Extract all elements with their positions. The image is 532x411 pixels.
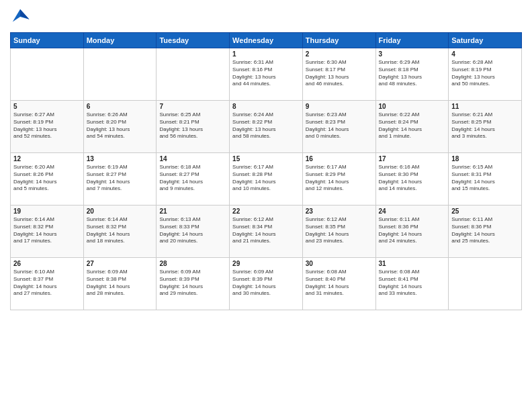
day-info: Sunrise: 6:13 AM Sunset: 8:33 PM Dayligh… (159, 216, 226, 245)
calendar-cell: 16Sunrise: 6:17 AM Sunset: 8:29 PM Dayli… (302, 153, 375, 205)
calendar-week-row: 19Sunrise: 6:14 AM Sunset: 8:32 PM Dayli… (11, 205, 522, 258)
day-info: Sunrise: 6:21 AM Sunset: 8:25 PM Dayligh… (451, 111, 519, 140)
day-number: 27 (87, 260, 154, 267)
day-number: 19 (13, 208, 81, 215)
calendar-cell: 31Sunrise: 6:08 AM Sunset: 8:41 PM Dayli… (375, 258, 449, 310)
day-number: 24 (379, 208, 446, 215)
day-info: Sunrise: 6:30 AM Sunset: 8:17 PM Dayligh… (306, 59, 373, 88)
day-info: Sunrise: 6:26 AM Sunset: 8:20 PM Dayligh… (87, 111, 154, 140)
day-info: Sunrise: 6:18 AM Sunset: 8:27 PM Dayligh… (159, 164, 226, 193)
day-number: 26 (13, 260, 81, 267)
day-number: 5 (13, 103, 81, 110)
calendar-cell: 21Sunrise: 6:13 AM Sunset: 8:33 PM Dayli… (157, 205, 230, 258)
calendar-cell (449, 258, 522, 310)
calendar-cell: 13Sunrise: 6:19 AM Sunset: 8:27 PM Dayli… (83, 153, 157, 205)
day-number: 12 (13, 155, 81, 163)
day-info: Sunrise: 6:22 AM Sunset: 8:24 PM Dayligh… (379, 111, 446, 140)
calendar-cell: 7Sunrise: 6:25 AM Sunset: 8:21 PM Daylig… (157, 101, 230, 153)
weekday-header-sunday: Sunday (11, 33, 84, 48)
day-number: 9 (306, 103, 373, 110)
day-info: Sunrise: 6:10 AM Sunset: 8:37 PM Dayligh… (13, 269, 81, 298)
calendar-cell: 28Sunrise: 6:09 AM Sunset: 8:39 PM Dayli… (157, 258, 230, 310)
weekday-header-wednesday: Wednesday (230, 33, 303, 48)
day-info: Sunrise: 6:25 AM Sunset: 8:21 PM Dayligh… (159, 111, 226, 140)
calendar-week-row: 12Sunrise: 6:20 AM Sunset: 8:26 PM Dayli… (11, 153, 522, 205)
day-info: Sunrise: 6:11 AM Sunset: 8:36 PM Dayligh… (379, 216, 446, 245)
calendar-week-row: 26Sunrise: 6:10 AM Sunset: 8:37 PM Dayli… (11, 258, 522, 310)
day-number: 29 (232, 260, 300, 267)
day-number: 10 (379, 103, 446, 110)
day-number: 14 (159, 155, 226, 163)
calendar-cell: 18Sunrise: 6:15 AM Sunset: 8:31 PM Dayli… (449, 153, 522, 205)
weekday-header-saturday: Saturday (449, 33, 522, 48)
calendar-cell: 27Sunrise: 6:09 AM Sunset: 8:38 PM Dayli… (83, 258, 157, 310)
day-number: 21 (159, 208, 226, 215)
calendar-cell (157, 48, 230, 101)
day-number: 13 (87, 155, 154, 163)
calendar-cell: 6Sunrise: 6:26 AM Sunset: 8:20 PM Daylig… (83, 101, 157, 153)
day-info: Sunrise: 6:14 AM Sunset: 8:32 PM Dayligh… (13, 216, 81, 245)
day-info: Sunrise: 6:31 AM Sunset: 8:16 PM Dayligh… (232, 59, 300, 88)
day-info: Sunrise: 6:29 AM Sunset: 8:18 PM Dayligh… (379, 59, 446, 88)
calendar-cell: 2Sunrise: 6:30 AM Sunset: 8:17 PM Daylig… (302, 48, 375, 101)
calendar-cell: 8Sunrise: 6:24 AM Sunset: 8:22 PM Daylig… (230, 101, 303, 153)
calendar-cell: 12Sunrise: 6:20 AM Sunset: 8:26 PM Dayli… (11, 153, 84, 205)
day-info: Sunrise: 6:08 AM Sunset: 8:41 PM Dayligh… (379, 269, 446, 298)
day-info: Sunrise: 6:12 AM Sunset: 8:35 PM Dayligh… (306, 216, 373, 245)
day-number: 20 (87, 208, 154, 215)
day-info: Sunrise: 6:19 AM Sunset: 8:27 PM Dayligh… (87, 164, 154, 193)
day-info: Sunrise: 6:09 AM Sunset: 8:39 PM Dayligh… (232, 269, 300, 298)
day-info: Sunrise: 6:23 AM Sunset: 8:23 PM Dayligh… (306, 111, 373, 140)
day-info: Sunrise: 6:17 AM Sunset: 8:29 PM Dayligh… (306, 164, 373, 193)
calendar-cell: 26Sunrise: 6:10 AM Sunset: 8:37 PM Dayli… (11, 258, 84, 310)
day-info: Sunrise: 6:11 AM Sunset: 8:36 PM Dayligh… (451, 216, 519, 245)
calendar-cell: 20Sunrise: 6:14 AM Sunset: 8:32 PM Dayli… (83, 205, 157, 258)
weekday-header-thursday: Thursday (302, 33, 375, 48)
day-number: 23 (306, 208, 373, 215)
day-info: Sunrise: 6:24 AM Sunset: 8:22 PM Dayligh… (232, 111, 300, 140)
day-number: 4 (451, 50, 519, 58)
day-number: 17 (379, 155, 446, 163)
day-info: Sunrise: 6:16 AM Sunset: 8:30 PM Dayligh… (379, 164, 446, 193)
day-number: 8 (232, 103, 300, 110)
weekday-header-tuesday: Tuesday (157, 33, 230, 48)
calendar-cell: 15Sunrise: 6:17 AM Sunset: 8:28 PM Dayli… (230, 153, 303, 205)
calendar-cell: 3Sunrise: 6:29 AM Sunset: 8:18 PM Daylig… (375, 48, 449, 101)
day-number: 15 (232, 155, 300, 163)
calendar-cell: 9Sunrise: 6:23 AM Sunset: 8:23 PM Daylig… (302, 101, 375, 153)
calendar-cell: 23Sunrise: 6:12 AM Sunset: 8:35 PM Dayli… (302, 205, 375, 258)
calendar-cell: 17Sunrise: 6:16 AM Sunset: 8:30 PM Dayli… (375, 153, 449, 205)
calendar-week-row: 1Sunrise: 6:31 AM Sunset: 8:16 PM Daylig… (11, 48, 522, 101)
day-number: 31 (379, 260, 446, 267)
page: SundayMondayTuesdayWednesdayThursdayFrid… (0, 0, 532, 411)
calendar-cell: 10Sunrise: 6:22 AM Sunset: 8:24 PM Dayli… (375, 101, 449, 153)
day-number: 25 (451, 208, 519, 215)
day-number: 28 (159, 260, 226, 267)
calendar-cell: 25Sunrise: 6:11 AM Sunset: 8:36 PM Dayli… (449, 205, 522, 258)
day-info: Sunrise: 6:14 AM Sunset: 8:32 PM Dayligh… (87, 216, 154, 245)
calendar-cell (83, 48, 157, 101)
calendar-cell: 11Sunrise: 6:21 AM Sunset: 8:25 PM Dayli… (449, 101, 522, 153)
calendar-week-row: 5Sunrise: 6:27 AM Sunset: 8:19 PM Daylig… (11, 101, 522, 153)
calendar-cell: 4Sunrise: 6:28 AM Sunset: 8:19 PM Daylig… (449, 48, 522, 101)
day-number: 6 (87, 103, 154, 110)
day-info: Sunrise: 6:20 AM Sunset: 8:26 PM Dayligh… (13, 164, 81, 193)
calendar-cell: 22Sunrise: 6:12 AM Sunset: 8:34 PM Dayli… (230, 205, 303, 258)
calendar-cell: 24Sunrise: 6:11 AM Sunset: 8:36 PM Dayli… (375, 205, 449, 258)
day-info: Sunrise: 6:08 AM Sunset: 8:40 PM Dayligh… (306, 269, 373, 298)
logo (10, 7, 33, 27)
calendar-cell (11, 48, 84, 101)
day-info: Sunrise: 6:09 AM Sunset: 8:38 PM Dayligh… (87, 269, 154, 298)
day-number: 1 (232, 50, 300, 58)
day-number: 18 (451, 155, 519, 163)
day-info: Sunrise: 6:27 AM Sunset: 8:19 PM Dayligh… (13, 111, 81, 140)
day-info: Sunrise: 6:17 AM Sunset: 8:28 PM Dayligh… (232, 164, 300, 193)
day-number: 16 (306, 155, 373, 163)
weekday-header-friday: Friday (375, 33, 449, 48)
logo-icon (10, 7, 30, 27)
weekday-header-row: SundayMondayTuesdayWednesdayThursdayFrid… (11, 33, 522, 48)
day-number: 2 (306, 50, 373, 58)
calendar-cell: 1Sunrise: 6:31 AM Sunset: 8:16 PM Daylig… (230, 48, 303, 101)
day-number: 11 (451, 103, 519, 110)
day-info: Sunrise: 6:28 AM Sunset: 8:19 PM Dayligh… (451, 59, 519, 88)
